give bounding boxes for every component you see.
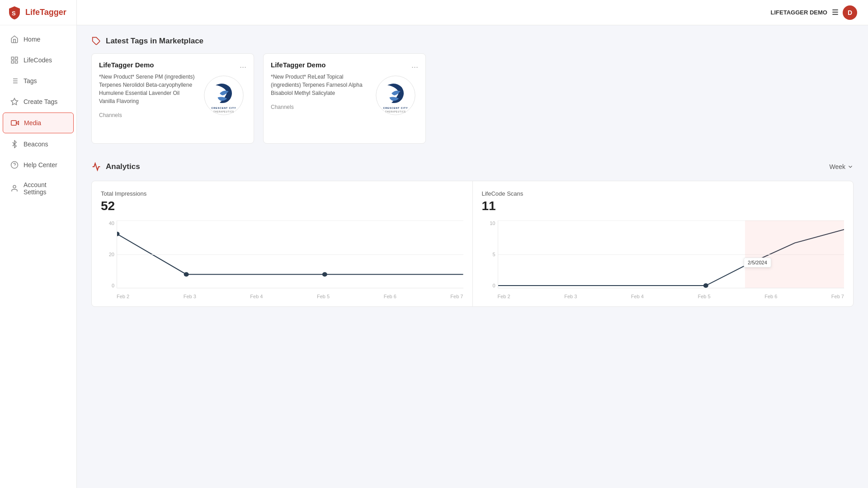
total-impressions-value: 52 [101, 199, 463, 213]
main-content: Latest Tags in Marketplace LifeTagger De… [77, 25, 868, 488]
sidebar-item-beacons[interactable]: Beacons [3, 134, 74, 154]
card-1-menu[interactable]: ... [240, 61, 246, 69]
card-1-body: *New Product* Serene PM (ingredients) Te… [99, 73, 246, 136]
total-impressions-chart-inner [117, 221, 463, 288]
svg-text:CRESCENT CITY: CRESCENT CITY [383, 107, 408, 109]
x-label-feb2: Feb 2 [117, 294, 129, 299]
sidebar-item-home[interactable]: Home [3, 29, 74, 49]
sidebar-item-account-settings-label: Account Settings [24, 181, 66, 196]
sidebar-item-lifecodes[interactable]: LifeCodes [3, 50, 74, 70]
card-2-menu[interactable]: ... [411, 61, 418, 69]
logo-text: LifeTagger [25, 8, 66, 17]
analytics-section: Analytics Week Total Impressions 52 40 [91, 162, 854, 307]
data-point-feb3 [184, 272, 189, 277]
sidebar-item-tags[interactable]: Tags [3, 71, 74, 91]
y-label-10: 10 [482, 221, 495, 226]
data-point-feb5 [322, 272, 327, 277]
user-menu[interactable]: LIFETAGGER DEMO ☰ D [771, 5, 857, 20]
card-2-text: *New Product* ReLeaf Topical (ingredient… [271, 73, 368, 136]
account-icon [10, 184, 19, 193]
scans-x-label-feb4: Feb 4 [631, 294, 644, 299]
lifecode-scans-chart-inner: 2/5/2024 [498, 221, 844, 288]
svg-text:S: S [12, 10, 16, 17]
y-label-40: 40 [101, 221, 114, 226]
scans-x-label-feb3: Feb 3 [564, 294, 577, 299]
sidebar-item-tags-label: Tags [24, 77, 37, 84]
card-1-image: CRESCENT CITY THERAPEUTICS [201, 73, 246, 118]
total-impressions-label: Total Impressions [101, 190, 463, 197]
svg-rect-3 [11, 61, 14, 63]
svg-text:CRESCENT CITY: CRESCENT CITY [211, 107, 236, 109]
hamburger-icon: ☰ [832, 8, 838, 17]
week-selector[interactable]: Week [829, 163, 854, 170]
svg-rect-2 [15, 57, 18, 59]
analytics-header-left: Analytics [91, 162, 140, 172]
y-label-5: 5 [482, 252, 495, 257]
sidebar-item-account-settings[interactable]: Account Settings [3, 176, 74, 201]
sidebar-item-media[interactable]: Media [3, 113, 74, 133]
week-label: Week [829, 163, 845, 170]
total-impressions-chart: 40 20 0 [101, 221, 463, 302]
scans-x-label-feb5: Feb 5 [698, 294, 711, 299]
svg-marker-11 [11, 99, 18, 105]
help-icon [10, 160, 19, 169]
logo: S LifeTagger [0, 0, 76, 25]
lifecode-scans-panel: LifeCode Scans 11 10 5 0 [473, 181, 854, 306]
total-impressions-panel: Total Impressions 52 40 20 0 [92, 181, 473, 306]
card-2-header: LifeTagger Demo ... [271, 61, 418, 69]
tag-card-2: LifeTagger Demo ... *New Product* ReLeaf… [263, 53, 426, 144]
lifetagger-logo-icon: S [7, 5, 22, 20]
svg-rect-1 [11, 57, 14, 59]
card-1-channels: Channels [99, 112, 122, 118]
card-1-header: LifeTagger Demo ... [99, 61, 246, 69]
card-2-channels: Channels [271, 104, 294, 110]
svg-rect-13 [11, 121, 16, 126]
marketplace-section-header: Latest Tags in Marketplace [91, 36, 854, 46]
tag-section-icon [91, 36, 101, 46]
sidebar-item-create-tags[interactable]: Create Tags [3, 92, 74, 112]
card-2-description: *New Product* ReLeaf Topical (ingredient… [271, 73, 368, 97]
crescent-city-logo-2: CRESCENT CITY THERAPEUTICS [375, 75, 416, 116]
tags-icon [10, 76, 19, 85]
y-label-20: 20 [101, 252, 114, 257]
scans-x-label-feb7: Feb 7 [831, 294, 844, 299]
sidebar-item-help-center[interactable]: Help Center [3, 155, 74, 175]
marketplace-cards: LifeTagger Demo ... *New Product* Serene… [91, 53, 854, 144]
bluetooth-icon [10, 140, 19, 149]
x-label-feb3: Feb 3 [184, 294, 196, 299]
tag-card-1: LifeTagger Demo ... *New Product* Serene… [91, 53, 254, 144]
avatar-initial: D [848, 9, 852, 16]
sidebar-nav: Home LifeCodes Tags Create Tags Media [0, 25, 76, 488]
media-icon [10, 118, 19, 127]
grid-icon [10, 56, 19, 65]
card-1-title: LifeTagger Demo [99, 61, 154, 69]
x-label-feb5: Feb 5 [317, 294, 330, 299]
card-2-image: CRESCENT CITY THERAPEUTICS [373, 73, 418, 118]
svg-rect-4 [15, 61, 18, 63]
crescent-city-logo-1: CRESCENT CITY THERAPEUTICS [203, 75, 244, 116]
lifecode-scans-chart: 10 5 0 [482, 221, 844, 302]
data-point-scans-feb5 [703, 283, 708, 288]
card-2-body: *New Product* ReLeaf Topical (ingredient… [271, 73, 418, 136]
card-2-title: LifeTagger Demo [271, 61, 326, 69]
marketplace-title: Latest Tags in Marketplace [106, 37, 203, 46]
grid-line-mid [117, 254, 463, 255]
sidebar-item-beacons-label: Beacons [24, 141, 48, 148]
tooltip-date: 2/5/2024 [748, 260, 767, 265]
x-label-feb7: Feb 7 [450, 294, 463, 299]
avatar: D [843, 5, 857, 20]
sidebar-item-lifecodes-label: LifeCodes [24, 56, 52, 64]
sidebar: S LifeTagger Home LifeCodes Tags [0, 0, 77, 488]
highlight-region [745, 221, 844, 288]
analytics-section-icon [91, 162, 101, 172]
charts-row: Total Impressions 52 40 20 0 [91, 181, 854, 307]
lifecode-scans-x-axis: Feb 2 Feb 3 Feb 4 Feb 5 Feb 6 Feb 7 [498, 291, 844, 302]
y-label-0: 0 [101, 283, 114, 288]
sidebar-item-help-center-label: Help Center [24, 161, 57, 169]
grid-line-top [117, 221, 463, 221]
analytics-header: Analytics Week [91, 162, 854, 172]
header: LIFETAGGER DEMO ☰ D [77, 0, 868, 25]
tooltip: 2/5/2024 [744, 258, 771, 267]
header-username: LIFETAGGER DEMO [771, 9, 827, 16]
total-impressions-x-axis: Feb 2 Feb 3 Feb 4 Feb 5 Feb 6 Feb 7 [117, 291, 463, 302]
